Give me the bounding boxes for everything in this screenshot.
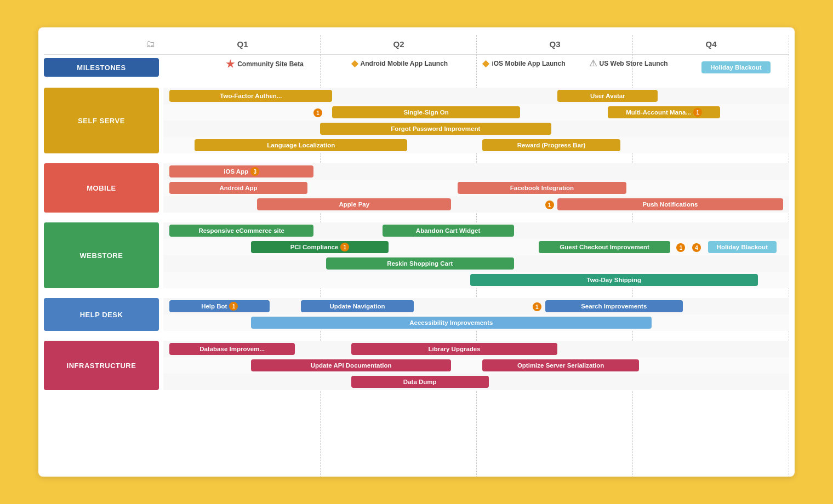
mobile-section: MOBILE iOS App 3 Android App Facebook In…	[44, 163, 789, 213]
webstore-section: WEBSTORE Responsive eCommerce site Aband…	[44, 222, 789, 288]
mobile-label: MOBILE	[44, 163, 159, 213]
mobile-body: iOS App 3 Android App Facebook Integrati…	[163, 163, 789, 213]
selfserve-label: SELF SERVE	[44, 88, 159, 153]
bar-reskin-shopping-cart: Reskin Shopping Cart	[326, 257, 514, 270]
bar-ios-app: iOS App 3	[169, 165, 313, 177]
infrastructure-body: Database Improvem... Library Upgrades Up…	[163, 341, 789, 390]
milestone-ios-launch: ◆ iOS Mobile App Launch	[482, 58, 565, 68]
selfserve-body: Two-Factor Authen... User Avatar Single-…	[163, 88, 789, 153]
bar-multi-account: Multi-Account Mana...1	[608, 106, 721, 118]
milestones-body: ★ Community Site Beta ◆ Android Mobile A…	[163, 58, 789, 77]
bar-two-factor: Two-Factor Authen...	[169, 90, 332, 102]
gantt-chart: 🗂 Q1 Q2 Q3 Q4 MILESTONES ★ Community Sit…	[38, 27, 795, 477]
helpdesk-label: HELP DESK	[44, 298, 159, 331]
webstore-body: Responsive eCommerce site Abandon Cart W…	[163, 222, 789, 288]
bar-data-dump: Data Dump	[351, 376, 489, 388]
selfserve-section: SELF SERVE Two-Factor Authen... User Ava…	[44, 88, 789, 153]
milestone-holiday-blackout: Holiday Blackout	[701, 61, 771, 73]
badge-push: 1	[545, 201, 554, 209]
bar-pci-compliance: PCI Compliance 1	[251, 241, 389, 253]
bar-apple-pay: Apple Pay	[257, 198, 451, 210]
bar-single-sign-on: Single-Sign On	[332, 106, 520, 118]
quarters-header: Q1 Q2 Q3 Q4	[164, 39, 789, 49]
milestone-webstore-launch: ⚠ US Web Store Launch	[589, 58, 668, 68]
infrastructure-section: INFRASTRUCTURE Database Improvem... Libr…	[44, 341, 789, 390]
milestone-android-launch: ◆ Android Mobile App Launch	[351, 58, 448, 68]
q4-header: Q4	[633, 39, 789, 49]
bar-push-notifications: Push Notifications	[557, 198, 783, 210]
bar-database: Database Improvem...	[169, 343, 294, 355]
filter-icon[interactable]: 🗂	[146, 38, 156, 50]
badge-sso: 1	[313, 108, 322, 117]
webstore-label: WEBSTORE	[44, 222, 159, 288]
bar-forgot-password: Forgot Password Improvment	[320, 123, 552, 135]
milestones-label: MILESTONES	[44, 58, 159, 77]
bar-help-bot: Help Bot 1	[169, 300, 270, 312]
bar-user-avatar: User Avatar	[557, 90, 658, 102]
bar-update-api: Update API Documentation	[251, 359, 451, 371]
helpdesk-section: HELP DESK Help Bot 1 Update Navigation 1…	[44, 298, 789, 331]
bar-holiday-blackout-webstore: Holiday Blackout	[708, 241, 777, 253]
badge-search: 1	[533, 302, 541, 311]
q2-header: Q2	[321, 39, 477, 49]
bar-guest-checkout: Guest Checkout Improvement	[539, 241, 670, 253]
helpdesk-body: Help Bot 1 Update Navigation 1 Search Im…	[163, 298, 789, 331]
bar-optimize-server: Optimize Server Serialization	[482, 359, 639, 371]
bar-search-improvements: Search Improvements	[545, 300, 683, 312]
bar-accessibility: Accessibility Improvements	[251, 317, 652, 329]
badge-gc1: 1	[676, 243, 685, 252]
bar-responsive-ecommerce: Responsive eCommerce site	[169, 225, 313, 237]
bar-language-localization: Language Localization	[195, 139, 407, 151]
bar-two-day-shipping: Two-Day Shipping	[470, 274, 758, 286]
bar-android-app: Android App	[169, 182, 307, 194]
bar-update-navigation: Update Navigation	[301, 300, 414, 312]
q3-header: Q3	[477, 39, 633, 49]
bar-abandon-cart: Abandon Cart Widget	[383, 225, 514, 237]
q1-header: Q1	[164, 39, 321, 49]
badge-gc4: 4	[692, 243, 701, 252]
bar-facebook-integration: Facebook Integration	[458, 182, 626, 194]
bar-library-upgrades: Library Upgrades	[351, 343, 558, 355]
infrastructure-label: INFRASTRUCTURE	[44, 341, 159, 390]
milestones-section: MILESTONES ★ Community Site Beta ◆ Andro…	[44, 58, 789, 77]
bar-reward-progress: Reward (Progress Bar)	[482, 139, 620, 151]
milestone-community-site-beta: ★ Community Site Beta	[226, 58, 304, 70]
